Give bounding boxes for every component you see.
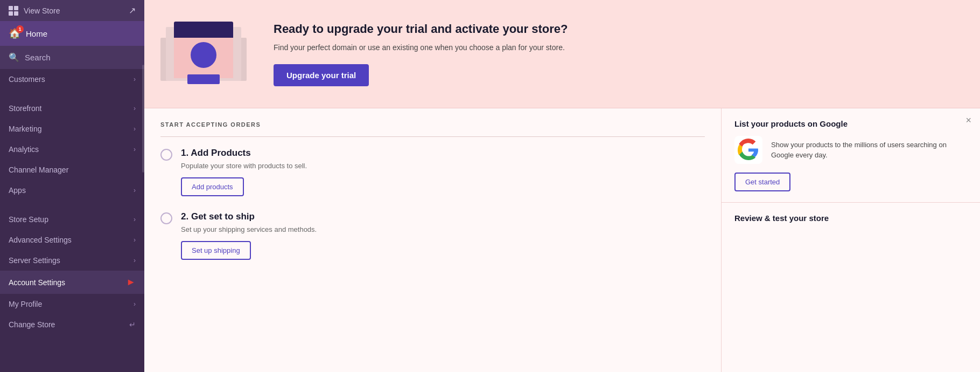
hero-text: Ready to upgrade your trial and activate… — [263, 22, 958, 87]
main-content: Ready to upgrade your trial and activate… — [144, 0, 980, 372]
google-panel-close-button[interactable]: × — [965, 115, 971, 126]
my-profile-label: My Profile — [9, 300, 42, 308]
sidebar-item-change-store[interactable]: Change Store ↵ — [0, 314, 144, 335]
right-panels: × List your products on Google Show — [722, 108, 980, 372]
search-label: Search — [25, 53, 51, 62]
notification-badge: 1 — [16, 25, 24, 33]
home-icon-wrap: 🏠 1 — [9, 27, 20, 39]
hero-subtitle: Find your perfect domain or use an exist… — [274, 42, 958, 53]
orders-panel-title: START ACCEPTING ORDERS — [160, 121, 705, 128]
red-arrow-icon: ► — [126, 277, 136, 288]
chevron-right-icon: › — [134, 146, 136, 153]
analytics-label: Analytics — [9, 145, 39, 154]
google-panel-body: Show your products to the millions of us… — [734, 136, 967, 164]
step-2-radio[interactable] — [160, 212, 172, 224]
sidebar-item-account-settings[interactable]: Account Settings ► — [0, 271, 144, 294]
change-store-icon: ↵ — [129, 320, 136, 329]
sidebar-item-customers[interactable]: Customers › — [0, 69, 144, 89]
server-settings-label: Server Settings — [9, 256, 60, 265]
sidebar-item-store-setup[interactable]: Store Setup › — [0, 209, 144, 230]
channel-manager-label: Channel Manager — [9, 166, 68, 174]
chevron-right-icon: › — [134, 300, 136, 308]
chevron-right-icon: › — [134, 187, 136, 194]
illustration-top-bar — [174, 22, 233, 38]
search-icon: 🔍 — [9, 52, 19, 63]
chevron-right-icon: › — [134, 257, 136, 264]
store-setup-label: Store Setup — [9, 215, 48, 224]
storefront-label: Storefront — [9, 104, 41, 113]
sidebar-item-marketing[interactable]: Marketing › — [0, 119, 144, 139]
change-store-label: Change Store — [9, 320, 55, 329]
add-products-button[interactable]: Add products — [181, 177, 244, 196]
sidebar-item-channel-manager[interactable]: Channel Manager — [0, 160, 144, 180]
account-settings-label: Account Settings — [9, 278, 65, 287]
orders-divider — [160, 136, 705, 137]
hero-title: Ready to upgrade your trial and activate… — [274, 22, 958, 37]
apps-label: Apps — [9, 186, 26, 195]
advanced-settings-label: Advanced Settings — [9, 236, 72, 244]
store-illustration-graphic — [160, 11, 247, 97]
review-panel-title: Review & test your store — [734, 213, 967, 223]
step-1-content: 1. Add Products Populate your store with… — [181, 148, 705, 196]
google-panel-title: List your products on Google — [734, 119, 967, 128]
section-gap-1 — [0, 89, 144, 98]
chevron-right-icon: › — [134, 216, 136, 223]
step-2-label: Get set to ship — [191, 211, 255, 222]
google-g-svg — [734, 136, 762, 164]
sidebar-item-analytics[interactable]: Analytics › — [0, 139, 144, 160]
step-1-radio[interactable] — [160, 149, 172, 161]
step-1-title: 1. Add Products — [181, 148, 705, 159]
step-2-desc: Set up your shipping services and method… — [181, 225, 705, 233]
step-1-number: 1. — [181, 148, 191, 158]
sidebar-item-advanced-settings[interactable]: Advanced Settings › — [0, 230, 144, 250]
illustration-circle — [191, 42, 216, 68]
marketing-label: Marketing — [9, 125, 41, 133]
step-2-title: 2. Get set to ship — [181, 211, 705, 222]
get-started-button[interactable]: Get started — [734, 173, 790, 191]
google-panel: × List your products on Google Show — [722, 108, 980, 203]
sidebar-item-server-settings[interactable]: Server Settings › — [0, 250, 144, 271]
scroll-indicator — [142, 65, 144, 173]
chevron-right-icon: › — [134, 75, 136, 83]
section-gap-2 — [0, 201, 144, 209]
google-panel-text: Show your products to the millions of us… — [771, 140, 967, 161]
chevron-right-icon: › — [134, 105, 136, 112]
order-step-2: 2. Get set to ship Set up your shipping … — [160, 211, 705, 260]
sidebar-item-my-profile[interactable]: My Profile › — [0, 294, 144, 314]
sidebar-item-storefront[interactable]: Storefront › — [0, 98, 144, 119]
external-link-icon: ↗ — [129, 5, 136, 16]
hero-banner: Ready to upgrade your trial and activate… — [144, 0, 980, 108]
chevron-right-icon: › — [134, 236, 136, 244]
home-label: Home — [26, 29, 47, 38]
review-panel: Review & test your store — [722, 203, 980, 233]
customers-label: Customers — [9, 75, 45, 84]
orders-panel: START ACCEPTING ORDERS 1. Add Products P… — [144, 108, 722, 372]
sidebar-home-item[interactable]: 🏠 1 Home — [0, 21, 144, 46]
order-step-1: 1. Add Products Populate your store with… — [160, 148, 705, 196]
view-store-left: View Store — [9, 6, 60, 16]
hero-illustration — [144, 11, 263, 97]
store-grid-icon — [9, 6, 18, 16]
step-2-number: 2. — [181, 211, 191, 222]
step-2-content: 2. Get set to ship Set up your shipping … — [181, 211, 705, 260]
set-up-shipping-button[interactable]: Set up shipping — [181, 241, 251, 260]
upgrade-trial-button[interactable]: Upgrade your trial — [274, 64, 369, 86]
sidebar-search-item[interactable]: 🔍 Search — [0, 46, 144, 69]
step-1-label: Add Products — [191, 148, 250, 158]
chevron-right-icon: › — [134, 125, 136, 133]
illustration-bottom-rect — [187, 74, 220, 84]
sidebar-item-apps[interactable]: Apps › — [0, 180, 144, 201]
view-store-button[interactable]: View Store ↗ — [0, 0, 144, 21]
lower-section: START ACCEPTING ORDERS 1. Add Products P… — [144, 108, 980, 372]
view-store-label: View Store — [24, 6, 60, 15]
sidebar: View Store ↗ 🏠 1 Home 🔍 Search Customers… — [0, 0, 144, 372]
step-1-desc: Populate your store with products to sel… — [181, 162, 705, 170]
google-logo — [734, 136, 762, 164]
